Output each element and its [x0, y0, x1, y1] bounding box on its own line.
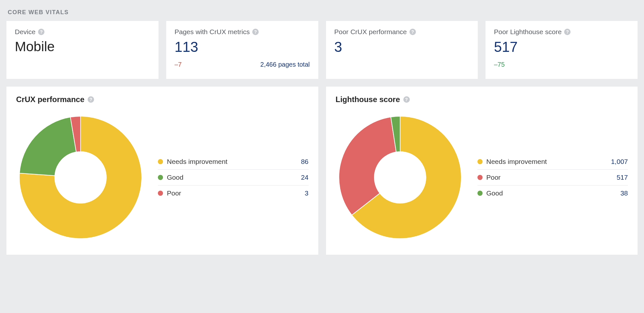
card-value: Mobile [15, 39, 150, 54]
legend-left: Needs improvement [477, 158, 547, 166]
legend-value: 517 [617, 174, 628, 181]
donut-chart [336, 113, 465, 242]
legend-label: Poor [486, 174, 501, 181]
legend-dot-icon [477, 159, 483, 164]
legend-value: 3 [305, 189, 309, 197]
help-icon[interactable]: ? [252, 29, 259, 35]
card-label: Pages with CrUX metrics ? [175, 28, 310, 36]
card-label-text: Poor CrUX performance [334, 28, 407, 36]
legend-row[interactable]: Poor3 [158, 185, 309, 201]
card-label-text: Device [15, 28, 35, 36]
legend-left: Good [477, 189, 503, 197]
help-icon[interactable]: ? [409, 29, 416, 35]
card-device: Device ? Mobile [6, 21, 159, 79]
chart-title: Lighthouse score ? [336, 95, 628, 104]
section-title: CORE WEB VITALS [8, 9, 638, 16]
card-value: 3 [334, 39, 470, 55]
legend-row[interactable]: Needs improvement1,007 [477, 154, 628, 170]
help-icon[interactable]: ? [564, 29, 571, 35]
legend-row[interactable]: Good24 [158, 170, 309, 185]
donut-chart [16, 113, 145, 242]
card-footer: –75 [494, 61, 629, 68]
legend-left: Good [158, 174, 183, 181]
card-poor-crux: Poor CrUX performance ? 3 [326, 21, 478, 79]
help-icon[interactable]: ? [403, 96, 410, 103]
card-label: Poor CrUX performance ? [334, 28, 470, 36]
card-extra[interactable]: 2,466 pages total [260, 61, 310, 68]
legend-dot-icon [477, 175, 483, 180]
card-value: 517 [494, 39, 629, 55]
card-pages-crux: Pages with CrUX metrics ? 113 –7 2,466 p… [166, 21, 318, 79]
chart-title-text: Lighthouse score [336, 95, 400, 104]
chart-legend: Needs improvement1,007Poor517Good38 [477, 154, 628, 201]
legend-left: Poor [477, 174, 501, 181]
legend-row[interactable]: Good38 [477, 185, 628, 201]
help-icon[interactable]: ? [88, 96, 94, 103]
legend-label: Needs improvement [486, 158, 547, 166]
card-value: 113 [175, 39, 310, 55]
card-label-text: Pages with CrUX metrics [175, 28, 250, 36]
legend-label: Good [167, 174, 183, 181]
legend-left: Poor [158, 189, 181, 197]
chart-card-lighthouse: Lighthouse score ? Needs improvement1,00… [326, 87, 638, 255]
legend-label: Good [486, 189, 503, 197]
charts-row: CrUX performance ? Needs improvement86Go… [6, 87, 638, 255]
legend-label: Needs improvement [167, 158, 227, 166]
card-footer: –7 2,466 pages total [175, 61, 310, 68]
legend-label: Poor [167, 189, 181, 197]
card-label-text: Poor Lighthouse score [494, 28, 562, 36]
legend-dot-icon [158, 175, 163, 180]
chart-body: Needs improvement1,007Poor517Good38 [336, 113, 628, 242]
legend-dot-icon [158, 159, 163, 164]
legend-row[interactable]: Poor517 [477, 170, 628, 185]
summary-cards-row: Device ? Mobile Pages with CrUX metrics … [6, 21, 638, 79]
legend-value: 86 [301, 158, 308, 166]
chart-legend: Needs improvement86Good24Poor3 [158, 154, 309, 201]
legend-row[interactable]: Needs improvement86 [158, 154, 309, 170]
chart-card-crux: CrUX performance ? Needs improvement86Go… [6, 87, 318, 255]
card-label: Device ? [15, 28, 150, 36]
chart-title-text: CrUX performance [16, 95, 84, 104]
chart-body: Needs improvement86Good24Poor3 [16, 113, 309, 242]
card-delta: –7 [175, 61, 182, 68]
legend-dot-icon [158, 191, 163, 196]
legend-dot-icon [477, 191, 483, 196]
help-icon[interactable]: ? [38, 29, 44, 35]
legend-value: 24 [301, 174, 308, 181]
legend-value: 38 [620, 189, 628, 197]
chart-title: CrUX performance ? [16, 95, 309, 104]
card-delta: –75 [494, 61, 505, 68]
legend-value: 1,007 [611, 158, 628, 166]
card-label: Poor Lighthouse score ? [494, 28, 629, 36]
legend-left: Needs improvement [158, 158, 227, 166]
card-poor-lighthouse: Poor Lighthouse score ? 517 –75 [485, 21, 638, 79]
donut-slice[interactable] [19, 117, 76, 176]
